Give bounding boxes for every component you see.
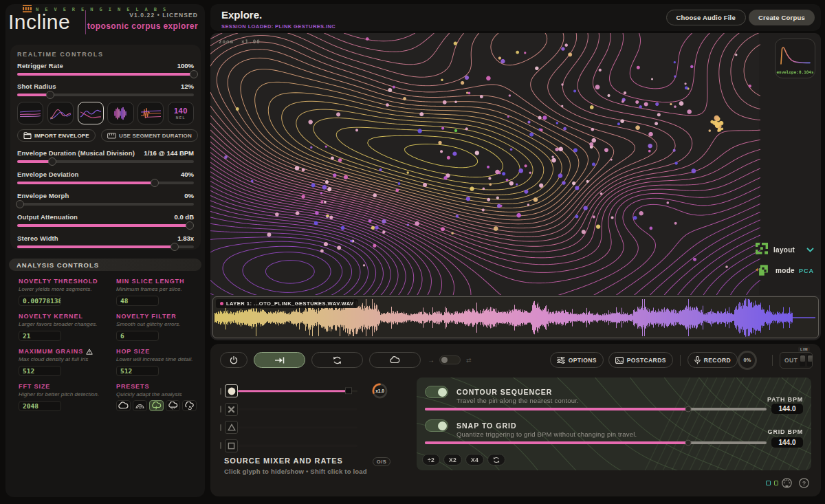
analysis-value-box[interactable]: 0.007781385 [19,296,61,306]
bpm-refresh-button[interactable] [487,454,505,465]
toggle-contour-sequencer[interactable] [425,386,448,398]
advance-button[interactable] [254,352,305,368]
analysis-value-box[interactable]: 512 [19,366,61,376]
slider-thumb[interactable] [48,157,56,166]
use-segment-duration-button[interactable]: USE SEGMENT DURATION [101,129,198,142]
bpm-value-box[interactable]: 144.0 [771,404,803,414]
slider-thumb[interactable] [186,221,194,230]
slider-value: 100% [177,62,194,69]
slider-shot-radius: Shot Radius12% [17,83,194,96]
analysis-field-novelty-filter: NOVELTY FILTERSmooth out glitchy errors.… [116,313,199,341]
postcards-button[interactable]: POSTCARDS [608,352,673,368]
oversample-badge[interactable]: O/S [373,457,390,466]
midi-icon[interactable] [782,478,792,488]
slider-track[interactable] [17,203,194,206]
fader-handle[interactable] [800,355,805,362]
slider-thumb[interactable] [170,243,179,251]
options-button[interactable]: OPTIONS [550,352,604,368]
product-title: Incline [8,10,70,34]
preset-cloud-rain-button[interactable] [166,400,180,411]
analysis-field-label: NOVELTY THRESHOLD [19,278,116,285]
layout-selector[interactable]: layout [756,243,814,256]
envelope-thumb-3[interactable] [78,102,104,124]
output-fader-right[interactable] [807,354,812,366]
glyph-cross-button[interactable] [225,403,238,416]
mixer-row-circle: x1.0 [220,384,238,397]
record-button[interactable]: RECORD [688,352,738,368]
slider-thumb[interactable] [46,91,54,99]
power-button[interactable] [220,352,248,368]
analysis-controls-header: ANALYSIS CONTROLS [9,259,201,271]
fader-handle[interactable] [808,355,813,362]
version-line: V1.0.22 • LICENSED [87,12,198,19]
seq-slider-thumb[interactable] [685,440,691,446]
slider-track[interactable] [17,73,194,76]
waveform-layer-box[interactable]: LAYER 1: ...OTO_PLINK_GESTURES.WAV.WAV [212,296,819,338]
chevron-down-icon[interactable] [806,248,814,252]
slider-track[interactable] [17,224,194,227]
rate-slider-track[interactable] [238,390,358,393]
glyph-triangle-button[interactable] [225,421,238,434]
title-divider [85,10,86,34]
analysis-value-box[interactable]: 512 [116,366,159,376]
glyph-square-button[interactable] [225,439,238,452]
rate-knob[interactable]: x1.0 [372,383,388,399]
envelope-thumbnails-row: 140NEL [17,102,194,124]
loop-button[interactable] [311,352,363,368]
app-root: NEVERENGINELABS Incline V1.0.22 • LICENS… [0,0,825,504]
toggle-snap-to-grid[interactable] [425,419,448,432]
view-square-green-icon[interactable] [774,481,779,485]
preset-cloud-button[interactable] [116,400,131,411]
slider-track[interactable] [17,245,194,248]
rate-slider-track[interactable] [238,444,358,447]
mult-button-1[interactable]: ÷2 [422,454,440,465]
analysis-value-box[interactable]: 48 [116,296,159,306]
seq-slider[interactable] [425,441,767,444]
slider-thumb[interactable] [190,70,198,78]
mode-selector[interactable]: mode PCA [756,263,814,278]
bpm-label: PATH BPM [767,396,803,403]
slider-track[interactable] [17,160,194,163]
rate-slider-track[interactable] [238,426,358,429]
envelope-thumb-4[interactable] [107,102,133,124]
rate-slider-track[interactable] [238,408,358,410]
skip-to-end-icon [275,357,285,364]
mult-button-3[interactable]: X4 [465,454,484,465]
slider-track[interactable] [17,94,194,96]
warning-icon [86,349,93,355]
analysis-field-label-text: NOVELTY FILTER [116,313,177,320]
envelope-thumb-6[interactable]: 140NEL [168,102,194,124]
glyph-circle-button[interactable] [225,384,238,397]
corpus-map-canvas[interactable] [210,33,821,295]
rate-slider-thumb[interactable] [345,388,352,395]
create-corpus-button[interactable]: Create Corpus [749,10,815,25]
zoom-indicator: zoom ×1.00 [219,39,261,45]
mult-button-2[interactable]: X2 [443,454,462,465]
envelope-thumb-2[interactable] [47,102,74,124]
preset-cloud-bolt-button[interactable] [149,400,164,411]
bpm-value-box[interactable]: 144.0 [771,437,803,448]
import-envelope-button[interactable]: IMPORT ENVELOPE [17,129,96,142]
preset-rainbow-button[interactable] [133,400,147,411]
seq-row-desc: Quantize triggering to grid BPM without … [456,430,637,438]
analysis-value-box[interactable]: 2048 [19,401,61,411]
preset-cloud-cycle-button[interactable] [182,400,197,411]
envelope-thumb-5[interactable] [138,102,164,124]
choose-audio-file-button[interactable]: Choose Audio File [666,10,746,25]
seq-slider-thumb[interactable] [685,406,691,413]
output-fader-left[interactable] [800,354,804,366]
slider-thumb[interactable] [16,200,24,208]
dry-wet-knob[interactable]: 0% [738,351,757,370]
view-square-teal-icon[interactable] [766,481,771,485]
analysis-value-box[interactable]: 21 [19,331,61,341]
envelope-thumb-1[interactable] [17,102,43,124]
analysis-value-box[interactable]: 6 [116,331,159,341]
help-icon[interactable]: ? [799,478,809,488]
slider-track[interactable] [17,182,194,184]
realtime-sliders-group: Retrigger Rate100%Shot Radius12% [17,62,194,96]
analysis-field-desc: Larger favors broader changes. [19,321,116,327]
slider-thumb[interactable] [151,179,159,187]
cloud-button[interactable] [369,352,421,368]
flow-toggle[interactable] [439,355,461,364]
seq-slider[interactable] [425,408,767,410]
